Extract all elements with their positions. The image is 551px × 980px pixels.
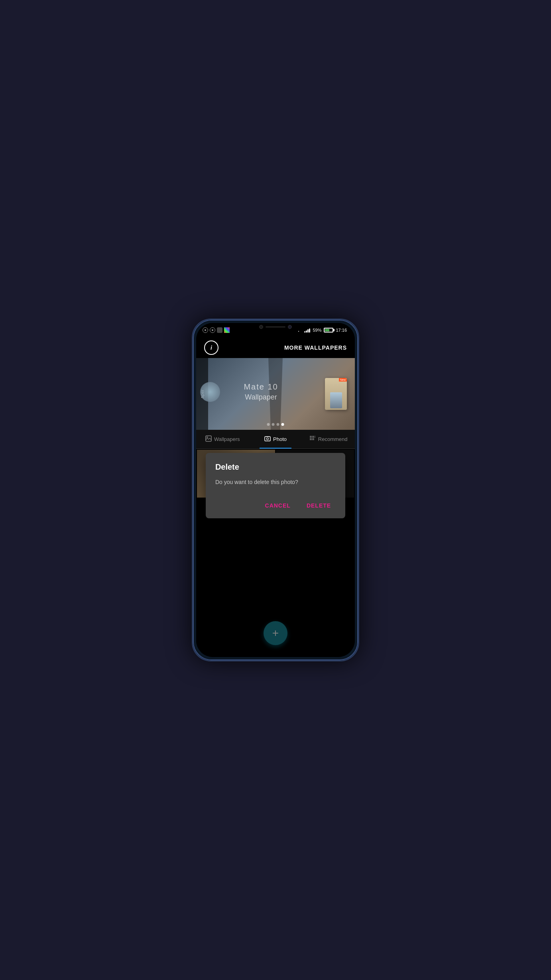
banner-carousel[interactable]: aper Mate 10 Wallpaper New [196, 358, 355, 430]
tab-recommend[interactable]: Recommend [302, 430, 355, 449]
screen: 59% 17:16 i MORE WALLPAPERS aper [196, 323, 355, 657]
dialog-title: Delete [215, 462, 336, 472]
dot-3 [277, 423, 279, 426]
recommend-icon [309, 435, 316, 443]
new-badge: New [339, 378, 347, 382]
tab-wallpapers-label: Wallpapers [214, 436, 240, 442]
cancel-button[interactable]: CANCEL [260, 499, 295, 512]
battery-percent: 59% [313, 328, 321, 333]
phone-frame: 59% 17:16 i MORE WALLPAPERS aper [192, 319, 359, 661]
dialog-message: Do you want to delete this photo? [215, 478, 336, 486]
dialog-overlay: Delete Do you want to delete this photo?… [196, 449, 355, 657]
app-top-bar: i MORE WALLPAPERS [196, 337, 355, 358]
speaker-bar [266, 326, 285, 328]
banner-thumb-inner [325, 378, 347, 410]
banner-text-block: Mate 10 Wallpaper [244, 382, 278, 401]
tabs-bar: Wallpapers Photo [196, 430, 355, 449]
dialog-buttons: CANCEL DELETE [215, 499, 336, 512]
status-right: 59% 17:16 [295, 327, 347, 333]
dot-2 [272, 423, 275, 426]
photo-icon [264, 435, 271, 443]
banner-title-line1: Mate 10 [244, 382, 278, 392]
banner-background: aper Mate 10 Wallpaper New [196, 358, 355, 430]
app-icon-1 [217, 327, 222, 333]
tab-wallpapers[interactable]: Wallpapers [196, 430, 249, 449]
svg-point-3 [267, 438, 269, 440]
svg-rect-1 [207, 437, 208, 438]
dot-1 [267, 423, 270, 426]
more-wallpapers-title: MORE WALLPAPERS [284, 344, 347, 351]
svg-rect-9 [315, 436, 315, 437]
lock-icon [203, 327, 208, 333]
wallpapers-icon [205, 435, 212, 443]
info-button[interactable]: i [204, 340, 218, 355]
tab-photo[interactable]: Photo [249, 430, 302, 449]
svg-rect-5 [310, 436, 312, 438]
svg-rect-8 [312, 438, 314, 440]
svg-rect-2 [265, 437, 270, 441]
svg-rect-10 [315, 437, 315, 438]
notch [248, 323, 303, 331]
delete-dialog: Delete Do you want to delete this photo?… [206, 453, 345, 518]
app-icon-2 [224, 327, 230, 333]
svg-rect-4 [266, 436, 269, 437]
signal-icon [304, 328, 310, 333]
bubble-decoration [200, 382, 220, 402]
banner-thumbnail: New [325, 378, 347, 410]
svg-rect-7 [310, 438, 312, 440]
front-camera [288, 325, 292, 329]
info-icon: i [211, 344, 212, 351]
svg-rect-6 [312, 436, 314, 438]
banner-title-line2: Wallpaper [244, 393, 278, 401]
content-area: Delete Do you want to delete this photo?… [196, 449, 355, 657]
left-tab: aper [196, 358, 208, 430]
shield-icon [210, 327, 215, 333]
camera-dot [259, 325, 263, 329]
time-display: 17:16 [336, 328, 347, 333]
tab-recommend-label: Recommend [318, 436, 348, 442]
carousel-dots [267, 423, 284, 426]
delete-button[interactable]: DELETE [302, 499, 336, 512]
tab-photo-label: Photo [273, 436, 287, 442]
notification-icons [203, 327, 230, 333]
battery-icon [324, 328, 333, 333]
svg-rect-0 [206, 436, 211, 441]
dot-4-active [281, 423, 284, 426]
status-left-icons [203, 327, 230, 333]
